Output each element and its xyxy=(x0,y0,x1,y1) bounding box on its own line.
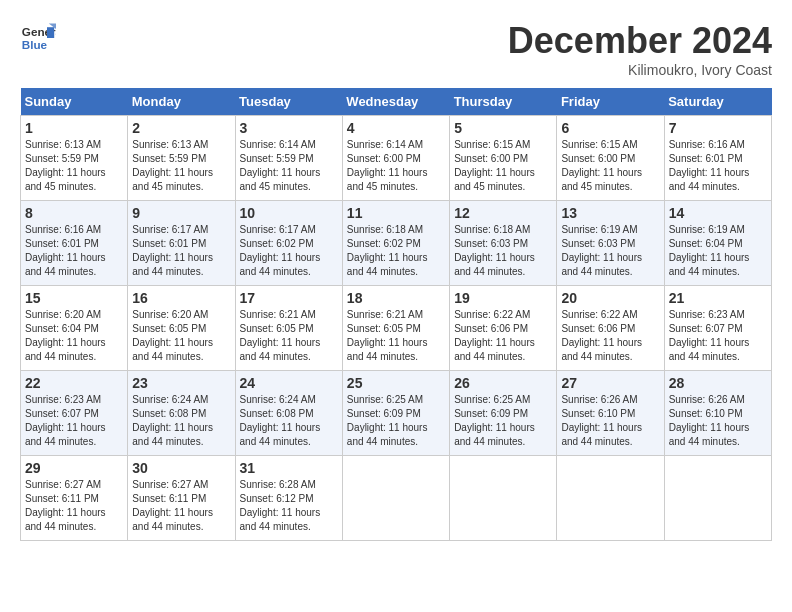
calendar-day-10: 10 Sunrise: 6:17 AMSunset: 6:02 PMDaylig… xyxy=(235,201,342,286)
day-info: Sunrise: 6:21 AMSunset: 6:05 PMDaylight:… xyxy=(347,308,445,364)
day-info: Sunrise: 6:22 AMSunset: 6:06 PMDaylight:… xyxy=(561,308,659,364)
day-info: Sunrise: 6:18 AMSunset: 6:02 PMDaylight:… xyxy=(347,223,445,279)
calendar-day-14: 14 Sunrise: 6:19 AMSunset: 6:04 PMDaylig… xyxy=(664,201,771,286)
day-info: Sunrise: 6:25 AMSunset: 6:09 PMDaylight:… xyxy=(347,393,445,449)
day-number: 24 xyxy=(240,375,338,391)
day-info: Sunrise: 6:13 AMSunset: 5:59 PMDaylight:… xyxy=(132,138,230,194)
calendar-day-23: 23 Sunrise: 6:24 AMSunset: 6:08 PMDaylig… xyxy=(128,371,235,456)
day-number: 14 xyxy=(669,205,767,221)
calendar-day-11: 11 Sunrise: 6:18 AMSunset: 6:02 PMDaylig… xyxy=(342,201,449,286)
calendar-day-8: 8 Sunrise: 6:16 AMSunset: 6:01 PMDayligh… xyxy=(21,201,128,286)
empty-cell xyxy=(450,456,557,541)
month-title: December 2024 xyxy=(508,20,772,62)
day-number: 3 xyxy=(240,120,338,136)
calendar-day-21: 21 Sunrise: 6:23 AMSunset: 6:07 PMDaylig… xyxy=(664,286,771,371)
day-info: Sunrise: 6:19 AMSunset: 6:03 PMDaylight:… xyxy=(561,223,659,279)
day-number: 31 xyxy=(240,460,338,476)
day-number: 13 xyxy=(561,205,659,221)
calendar-day-31: 31 Sunrise: 6:28 AMSunset: 6:12 PMDaylig… xyxy=(235,456,342,541)
calendar-day-13: 13 Sunrise: 6:19 AMSunset: 6:03 PMDaylig… xyxy=(557,201,664,286)
calendar-week-2: 8 Sunrise: 6:16 AMSunset: 6:01 PMDayligh… xyxy=(21,201,772,286)
logo-icon: General Blue xyxy=(20,20,56,56)
day-number: 19 xyxy=(454,290,552,306)
calendar-day-19: 19 Sunrise: 6:22 AMSunset: 6:06 PMDaylig… xyxy=(450,286,557,371)
calendar-day-25: 25 Sunrise: 6:25 AMSunset: 6:09 PMDaylig… xyxy=(342,371,449,456)
day-info: Sunrise: 6:27 AMSunset: 6:11 PMDaylight:… xyxy=(132,478,230,534)
day-info: Sunrise: 6:19 AMSunset: 6:04 PMDaylight:… xyxy=(669,223,767,279)
calendar-day-30: 30 Sunrise: 6:27 AMSunset: 6:11 PMDaylig… xyxy=(128,456,235,541)
day-number: 16 xyxy=(132,290,230,306)
day-info: Sunrise: 6:18 AMSunset: 6:03 PMDaylight:… xyxy=(454,223,552,279)
page-header: General Blue December 2024 Kilimoukro, I… xyxy=(20,20,772,78)
day-info: Sunrise: 6:17 AMSunset: 6:02 PMDaylight:… xyxy=(240,223,338,279)
col-sunday: Sunday xyxy=(21,88,128,116)
day-number: 8 xyxy=(25,205,123,221)
calendar-day-9: 9 Sunrise: 6:17 AMSunset: 6:01 PMDayligh… xyxy=(128,201,235,286)
svg-text:Blue: Blue xyxy=(22,38,48,51)
day-number: 9 xyxy=(132,205,230,221)
col-friday: Friday xyxy=(557,88,664,116)
day-info: Sunrise: 6:13 AMSunset: 5:59 PMDaylight:… xyxy=(25,138,123,194)
calendar-day-20: 20 Sunrise: 6:22 AMSunset: 6:06 PMDaylig… xyxy=(557,286,664,371)
calendar-day-29: 29 Sunrise: 6:27 AMSunset: 6:11 PMDaylig… xyxy=(21,456,128,541)
day-info: Sunrise: 6:15 AMSunset: 6:00 PMDaylight:… xyxy=(454,138,552,194)
day-number: 11 xyxy=(347,205,445,221)
calendar-day-22: 22 Sunrise: 6:23 AMSunset: 6:07 PMDaylig… xyxy=(21,371,128,456)
day-info: Sunrise: 6:24 AMSunset: 6:08 PMDaylight:… xyxy=(132,393,230,449)
day-number: 26 xyxy=(454,375,552,391)
day-info: Sunrise: 6:15 AMSunset: 6:00 PMDaylight:… xyxy=(561,138,659,194)
day-info: Sunrise: 6:25 AMSunset: 6:09 PMDaylight:… xyxy=(454,393,552,449)
calendar-day-15: 15 Sunrise: 6:20 AMSunset: 6:04 PMDaylig… xyxy=(21,286,128,371)
day-info: Sunrise: 6:28 AMSunset: 6:12 PMDaylight:… xyxy=(240,478,338,534)
calendar-day-2: 2 Sunrise: 6:13 AMSunset: 5:59 PMDayligh… xyxy=(128,116,235,201)
calendar-table: Sunday Monday Tuesday Wednesday Thursday… xyxy=(20,88,772,541)
day-number: 28 xyxy=(669,375,767,391)
empty-cell xyxy=(342,456,449,541)
day-info: Sunrise: 6:21 AMSunset: 6:05 PMDaylight:… xyxy=(240,308,338,364)
calendar-day-16: 16 Sunrise: 6:20 AMSunset: 6:05 PMDaylig… xyxy=(128,286,235,371)
day-info: Sunrise: 6:20 AMSunset: 6:04 PMDaylight:… xyxy=(25,308,123,364)
location: Kilimoukro, Ivory Coast xyxy=(508,62,772,78)
day-info: Sunrise: 6:14 AMSunset: 6:00 PMDaylight:… xyxy=(347,138,445,194)
calendar-day-6: 6 Sunrise: 6:15 AMSunset: 6:00 PMDayligh… xyxy=(557,116,664,201)
svg-marker-2 xyxy=(47,27,54,38)
day-number: 30 xyxy=(132,460,230,476)
col-thursday: Thursday xyxy=(450,88,557,116)
calendar-day-4: 4 Sunrise: 6:14 AMSunset: 6:00 PMDayligh… xyxy=(342,116,449,201)
calendar-day-7: 7 Sunrise: 6:16 AMSunset: 6:01 PMDayligh… xyxy=(664,116,771,201)
calendar-day-5: 5 Sunrise: 6:15 AMSunset: 6:00 PMDayligh… xyxy=(450,116,557,201)
day-info: Sunrise: 6:24 AMSunset: 6:08 PMDaylight:… xyxy=(240,393,338,449)
calendar-day-27: 27 Sunrise: 6:26 AMSunset: 6:10 PMDaylig… xyxy=(557,371,664,456)
calendar-day-12: 12 Sunrise: 6:18 AMSunset: 6:03 PMDaylig… xyxy=(450,201,557,286)
day-number: 15 xyxy=(25,290,123,306)
day-number: 20 xyxy=(561,290,659,306)
logo: General Blue xyxy=(20,20,56,56)
day-number: 6 xyxy=(561,120,659,136)
day-number: 21 xyxy=(669,290,767,306)
day-info: Sunrise: 6:22 AMSunset: 6:06 PMDaylight:… xyxy=(454,308,552,364)
day-info: Sunrise: 6:23 AMSunset: 6:07 PMDaylight:… xyxy=(25,393,123,449)
day-number: 25 xyxy=(347,375,445,391)
day-info: Sunrise: 6:17 AMSunset: 6:01 PMDaylight:… xyxy=(132,223,230,279)
day-number: 4 xyxy=(347,120,445,136)
col-saturday: Saturday xyxy=(664,88,771,116)
calendar-week-5: 29 Sunrise: 6:27 AMSunset: 6:11 PMDaylig… xyxy=(21,456,772,541)
day-info: Sunrise: 6:27 AMSunset: 6:11 PMDaylight:… xyxy=(25,478,123,534)
calendar-week-1: 1 Sunrise: 6:13 AMSunset: 5:59 PMDayligh… xyxy=(21,116,772,201)
day-number: 1 xyxy=(25,120,123,136)
day-number: 29 xyxy=(25,460,123,476)
day-number: 23 xyxy=(132,375,230,391)
day-info: Sunrise: 6:26 AMSunset: 6:10 PMDaylight:… xyxy=(561,393,659,449)
day-number: 10 xyxy=(240,205,338,221)
calendar-day-17: 17 Sunrise: 6:21 AMSunset: 6:05 PMDaylig… xyxy=(235,286,342,371)
day-info: Sunrise: 6:20 AMSunset: 6:05 PMDaylight:… xyxy=(132,308,230,364)
day-info: Sunrise: 6:16 AMSunset: 6:01 PMDaylight:… xyxy=(669,138,767,194)
day-number: 17 xyxy=(240,290,338,306)
calendar-week-4: 22 Sunrise: 6:23 AMSunset: 6:07 PMDaylig… xyxy=(21,371,772,456)
day-number: 22 xyxy=(25,375,123,391)
calendar-header-row: Sunday Monday Tuesday Wednesday Thursday… xyxy=(21,88,772,116)
day-number: 2 xyxy=(132,120,230,136)
calendar-day-26: 26 Sunrise: 6:25 AMSunset: 6:09 PMDaylig… xyxy=(450,371,557,456)
day-info: Sunrise: 6:23 AMSunset: 6:07 PMDaylight:… xyxy=(669,308,767,364)
day-number: 27 xyxy=(561,375,659,391)
